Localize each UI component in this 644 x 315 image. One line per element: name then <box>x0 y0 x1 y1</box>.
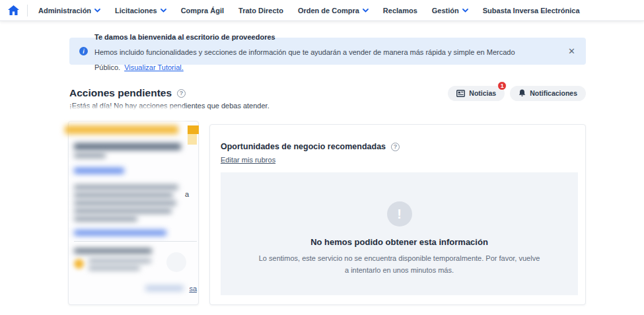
nav-label: Gestión <box>432 7 459 15</box>
nav-item-compra-agil[interactable]: Compra Ágil <box>181 7 224 15</box>
welcome-banner-title: Te damos la bienvenida al escritorio de … <box>94 33 275 41</box>
nav-label: Orden de Compra <box>298 7 359 15</box>
blurred-text-line <box>74 185 178 190</box>
nav-item-administracion[interactable]: Administración <box>38 7 100 15</box>
blurred-link <box>145 285 184 291</box>
provider-desktop-page: Administración Licitaciones Compra Ágil … <box>0 0 644 315</box>
exclamation-icon: ! <box>387 201 412 227</box>
blurred-text-line <box>74 248 152 254</box>
tutorial-link[interactable]: Visualizar Tutorial. <box>124 63 184 71</box>
info-icon: i <box>79 47 88 55</box>
blurred-text-line <box>74 201 176 205</box>
blurred-text-line <box>74 217 137 221</box>
blur-smear <box>63 107 186 121</box>
blurred-title-line <box>74 153 106 158</box>
top-navigation-bar: Administración Licitaciones Compra Ágil … <box>0 0 644 21</box>
blurred-text-line <box>74 209 172 213</box>
divider <box>74 241 197 242</box>
newspaper-icon <box>456 90 465 97</box>
notifications-button-label: Notificaciones <box>530 89 577 97</box>
nav-label: Trato Directo <box>238 7 283 15</box>
nav-label: Subasta Inversa Electrónica <box>483 7 580 15</box>
ribbon-fold <box>188 134 197 145</box>
blurred-text-line <box>74 193 173 197</box>
nav-item-licitaciones[interactable]: Licitaciones <box>115 7 166 15</box>
blurred-text-line <box>89 259 151 263</box>
profile-card-blurred: a sa <box>68 121 199 305</box>
ribbon-banner-blurred <box>65 125 178 134</box>
blurred-title-line <box>74 143 181 150</box>
error-body: Lo sentimos, este servicio no se encuent… <box>258 253 542 276</box>
welcome-banner: i Te damos la bienvenida al escritorio d… <box>69 38 586 65</box>
nav-item-orden-de-compra[interactable]: Orden de Compra <box>298 7 369 15</box>
error-title: No hemos podido obtener esta información <box>310 237 488 247</box>
nav-item-trato-directo[interactable]: Trato Directo <box>238 7 283 15</box>
bell-icon <box>519 89 526 97</box>
nav-label: Reclamos <box>383 7 417 15</box>
opportunities-title: Oportunidades de negocio recomendadas <box>221 142 386 151</box>
ribbon-end <box>188 125 199 134</box>
nav-item-gestion[interactable]: Gestión <box>432 7 468 15</box>
nav-item-reclamos[interactable]: Reclamos <box>383 7 417 15</box>
nav-item-subasta-inversa[interactable]: Subasta Inversa Electrónica <box>483 7 580 15</box>
blurred-link <box>74 230 166 236</box>
opportunities-title-row: Oportunidades de negocio recomendadas ? <box>221 142 400 151</box>
warning-dot-blurred <box>74 259 84 269</box>
help-icon[interactable]: ? <box>177 89 186 98</box>
notifications-button[interactable]: Notificaciones <box>510 86 586 101</box>
help-icon[interactable]: ? <box>391 143 400 151</box>
visible-text-fragment: a <box>185 190 189 198</box>
news-button-label: Noticias <box>469 89 496 97</box>
service-error-panel: ! No hemos podido obtener esta informaci… <box>221 172 578 295</box>
home-icon[interactable] <box>8 5 19 15</box>
news-badge: 1 <box>497 81 507 90</box>
pending-actions-header: Acciones pendientes ? Noticias 1 Notific… <box>69 84 586 102</box>
chevron-down-icon <box>94 9 100 13</box>
chevron-down-icon <box>363 9 369 13</box>
nav-label: Administración <box>38 7 91 15</box>
nav-divider <box>27 5 28 17</box>
blurred-text-line <box>89 266 140 270</box>
welcome-banner-text: Te damos la bienvenida al escritorio de … <box>94 28 568 75</box>
ghost-circle <box>166 252 186 272</box>
news-button[interactable]: Noticias 1 <box>448 86 505 101</box>
edit-categories-link[interactable]: Editar mis rubros <box>221 156 275 164</box>
opportunities-card: Oportunidades de negocio recomendadas ? … <box>209 124 586 305</box>
blurred-link <box>74 168 124 174</box>
chevron-down-icon <box>161 9 166 13</box>
nav-label: Compra Ágil <box>181 7 224 15</box>
chevron-down-icon <box>462 9 468 13</box>
close-icon[interactable]: ✕ <box>568 46 575 56</box>
nav-label: Licitaciones <box>115 7 157 15</box>
visible-link-fragment[interactable]: sa <box>189 285 197 293</box>
header-buttons: Noticias 1 Notificaciones <box>448 86 586 101</box>
page-title: Acciones pendientes <box>69 87 172 99</box>
